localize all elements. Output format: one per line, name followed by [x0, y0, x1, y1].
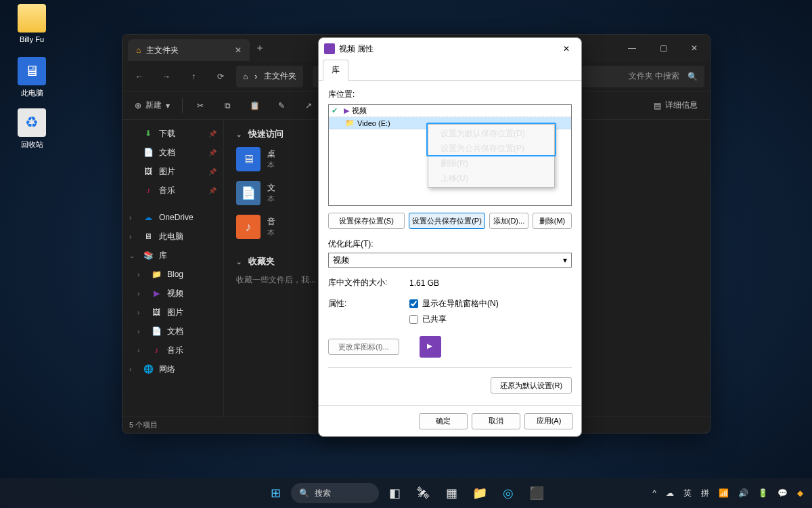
separator: [182, 98, 183, 113]
chevron-right-icon: ›: [137, 271, 145, 278]
chevron-right-icon: ›: [254, 72, 257, 81]
taskbar-explorer[interactable]: 📁: [467, 480, 493, 506]
chevron-down-icon: ▾: [166, 101, 170, 110]
locations-label: 库位置:: [328, 89, 572, 100]
attributes-label: 属性:: [328, 298, 396, 310]
dialog-title: 视频 属性: [339, 43, 374, 55]
sidebar-lib-blog[interactable]: ›📁Blog: [125, 265, 221, 284]
chevron-right-icon: ›: [129, 233, 137, 240]
minimize-button[interactable]: ―: [616, 35, 648, 62]
taskbar-app-3[interactable]: ⬛: [524, 480, 549, 506]
dialog-tabs: 库: [319, 60, 581, 81]
remove-button[interactable]: 删除(M): [533, 213, 572, 229]
tray-app-icon[interactable]: ◆: [795, 487, 805, 499]
copy-button[interactable]: ⧉: [215, 96, 240, 116]
size-value: 1.61 GB: [409, 278, 439, 288]
sidebar-libraries[interactable]: ⌄📚库: [125, 246, 221, 265]
dialog-close-button[interactable]: ✕: [557, 39, 576, 58]
new-tab-button[interactable]: ＋: [250, 42, 270, 54]
restore-defaults-button[interactable]: 还原为默认设置(R): [491, 377, 572, 394]
tray-ime-lang[interactable]: 英: [681, 486, 694, 501]
home-icon: ⌂: [243, 72, 248, 81]
pc-icon: 🖥: [143, 232, 154, 241]
desktop-user-folder[interactable]: Billy Fu: [8, 4, 55, 43]
picture-icon: 🖼: [151, 308, 162, 317]
show-in-nav-checkbox[interactable]: 显示在导航窗格中(N): [409, 298, 499, 310]
desktop-recycle-bin[interactable]: ♻ 回收站: [8, 108, 55, 150]
forward-button[interactable]: →: [155, 65, 178, 88]
optimize-select[interactable]: 视频 ▾: [328, 253, 572, 268]
dialog-footer: 确定 取消 应用(A): [319, 405, 581, 436]
start-button[interactable]: ⊞: [263, 480, 288, 506]
ctx-set-public-save[interactable]: 设置为公共保存位置(P): [430, 141, 553, 156]
taskbar-edge[interactable]: ◎: [495, 480, 521, 506]
tray-volume-icon[interactable]: 🔊: [736, 487, 750, 499]
sidebar-documents[interactable]: 📄文档📌: [125, 143, 221, 162]
taskbar-search[interactable]: 🔍搜索: [291, 483, 379, 503]
sidebar-network[interactable]: ›🌐网络: [125, 360, 221, 379]
paste-button[interactable]: 📋: [242, 96, 267, 116]
tray-ime-mode[interactable]: 拼: [699, 486, 711, 501]
ctx-delete[interactable]: 删除(R): [430, 156, 553, 171]
sidebar-downloads[interactable]: ⬇下载📌: [125, 124, 221, 143]
crumb-label: 主文件夹: [264, 70, 296, 82]
tab-library[interactable]: 库: [323, 60, 348, 81]
apply-button[interactable]: 应用(A): [524, 413, 573, 429]
refresh-button[interactable]: ⟳: [209, 65, 232, 88]
rename-button[interactable]: ✎: [269, 96, 294, 116]
ctx-move-up[interactable]: 上移(U): [430, 171, 553, 186]
cloud-icon: ☁: [143, 213, 154, 222]
sidebar-music[interactable]: ♪音乐📌: [125, 181, 221, 200]
cancel-button[interactable]: 取消: [472, 413, 520, 429]
tray-wifi-icon[interactable]: 📶: [717, 487, 731, 499]
sidebar: ⬇下载📌 📄文档📌 🖼图片📌 ♪音乐📌 ›☁OneDrive ›🖥此电脑 ⌄📚库…: [122, 120, 224, 417]
taskbar-app-2[interactable]: ▦: [438, 480, 464, 506]
sidebar-lib-documents[interactable]: ›📄文档: [125, 322, 221, 341]
tray-chevron-up-icon[interactable]: ^: [650, 487, 658, 499]
location-root[interactable]: ✔ ▶ 视频: [329, 105, 571, 117]
details-icon: ▤: [654, 101, 661, 110]
sidebar-thispc[interactable]: ›🖥此电脑: [125, 227, 221, 246]
download-icon: ⬇: [143, 129, 154, 138]
close-button[interactable]: ✕: [679, 35, 710, 62]
cut-button[interactable]: ✂: [188, 96, 212, 116]
tray-battery-icon[interactable]: 🔋: [756, 487, 770, 499]
desktop-this-pc[interactable]: 🖥 此电脑: [8, 57, 55, 98]
tab-label: 主文件夹: [146, 45, 179, 56]
tray-cloud-icon[interactable]: ☁: [664, 487, 676, 499]
set-public-save-location-button[interactable]: 设置公共保存位置(P): [409, 213, 485, 229]
tray-notification-icon[interactable]: 💬: [775, 487, 790, 499]
add-button[interactable]: 添加(D)...: [489, 213, 528, 229]
shared-checkbox[interactable]: 已共享: [409, 314, 499, 325]
size-label: 库中文件的大小:: [328, 277, 396, 289]
maximize-button[interactable]: ▢: [648, 35, 679, 62]
chevron-right-icon: ›: [137, 290, 145, 297]
taskbar-app-1[interactable]: 🛰: [410, 480, 436, 506]
sidebar-lib-video[interactable]: ›▶视频: [125, 284, 221, 303]
sidebar-lib-music[interactable]: ›♪音乐: [125, 341, 221, 360]
back-button[interactable]: ←: [128, 65, 151, 88]
pc-icon: 🖥: [18, 57, 46, 85]
task-view-button[interactable]: ◧: [382, 480, 407, 506]
sidebar-onedrive[interactable]: ›☁OneDrive: [125, 208, 221, 227]
details-view-button[interactable]: ▤详细信息: [647, 96, 704, 116]
tab-home[interactable]: ⌂ 主文件夹 ✕: [128, 39, 250, 61]
pin-icon: 📌: [208, 187, 217, 194]
set-save-location-button[interactable]: 设置保存位置(S): [328, 213, 405, 229]
share-button[interactable]: ↗: [296, 96, 321, 116]
label: 此电脑: [8, 88, 55, 98]
music-icon: ♪: [143, 186, 154, 195]
divider: [328, 367, 572, 368]
ok-button[interactable]: 确定: [419, 413, 468, 429]
ctx-set-default-save[interactable]: 设置为默认保存位置(D): [430, 126, 553, 141]
home-icon: ⌂: [136, 45, 141, 55]
checkmark-icon: ✔: [332, 106, 341, 115]
change-icon-button[interactable]: 更改库图标(I)...: [328, 339, 399, 355]
sidebar-lib-pictures[interactable]: ›🖼图片: [125, 303, 221, 322]
search-placeholder: 文件夹 中搜索: [629, 70, 679, 82]
up-button[interactable]: ↑: [182, 65, 205, 88]
tab-close-icon[interactable]: ✕: [235, 45, 242, 55]
new-button[interactable]: ⊕新建▾: [128, 96, 177, 116]
breadcrumb[interactable]: ⌂ › 主文件夹: [236, 66, 303, 87]
sidebar-pictures[interactable]: 🖼图片📌: [125, 162, 221, 181]
